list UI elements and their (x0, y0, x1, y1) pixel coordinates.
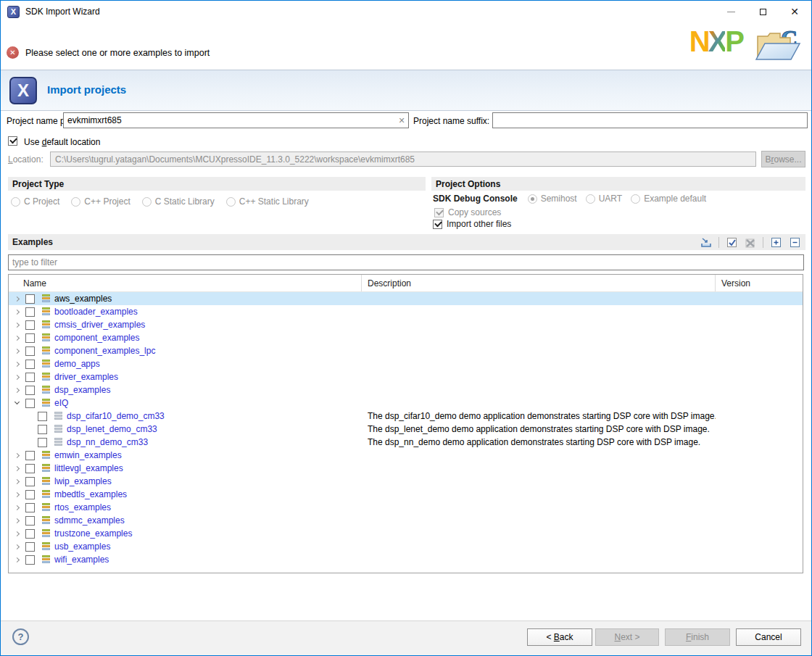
table-row[interactable]: dsp_examples (9, 383, 803, 396)
table-row[interactable]: sdmmc_examples (9, 514, 803, 527)
table-row[interactable]: littlevgl_examples (9, 462, 803, 475)
table-row[interactable]: emwin_examples (9, 449, 803, 462)
browse-button[interactable]: Browse... (761, 151, 805, 167)
row-checkbox[interactable] (25, 386, 35, 395)
row-checkbox[interactable] (25, 555, 35, 565)
chevron-right-icon[interactable] (14, 348, 20, 354)
table-row[interactable]: trustzone_examples (9, 527, 803, 540)
table-row[interactable]: cmsis_driver_examples (9, 318, 803, 331)
collapse-all-icon[interactable] (788, 236, 801, 248)
example-name: eIQ (54, 398, 68, 408)
chevron-right-icon[interactable] (14, 465, 20, 471)
finish-button[interactable]: Finish (665, 628, 730, 646)
row-checkbox[interactable] (25, 477, 35, 486)
radio-c-project[interactable]: C Project (11, 196, 59, 207)
clear-prefix-icon[interactable]: ✕ (395, 116, 408, 125)
close-button[interactable]: ✕ (779, 1, 811, 22)
row-checkbox[interactable] (25, 542, 35, 552)
table-row[interactable]: dsp_cifar10_demo_cm33The dsp_cifar10_dem… (9, 410, 803, 423)
table-row[interactable]: lwip_examples (9, 475, 803, 488)
example-name: trustzone_examples (54, 528, 132, 539)
chevron-right-icon[interactable] (14, 544, 20, 549)
table-row[interactable]: mbedtls_examples (9, 488, 803, 501)
radio-example-default[interactable]: Example default (631, 194, 706, 204)
row-checkbox[interactable] (25, 333, 35, 343)
cancel-button[interactable]: Cancel (736, 628, 801, 646)
back-button[interactable]: < Back (527, 628, 592, 646)
row-checkbox[interactable] (25, 294, 35, 304)
table-row[interactable]: usb_examples (9, 540, 803, 553)
table-row[interactable]: component_examples (9, 331, 803, 344)
row-checkbox[interactable] (38, 412, 47, 421)
chevron-down-icon[interactable] (14, 400, 20, 406)
example-category-icon (42, 451, 50, 460)
row-checkbox[interactable] (25, 451, 35, 460)
table-row[interactable]: dsp_lenet_demo_cm33The dsp_lenet_demo de… (9, 423, 803, 436)
row-checkbox[interactable] (38, 425, 47, 434)
example-name: dsp_nn_demo_cm33 (67, 437, 148, 447)
radio-c-static-library[interactable]: C Static Library (142, 196, 215, 207)
chevron-right-icon[interactable] (14, 491, 20, 497)
column-header-version[interactable]: Version (716, 275, 803, 291)
row-checkbox[interactable] (25, 516, 35, 526)
chevron-right-icon[interactable] (14, 374, 20, 380)
radio-semihost[interactable]: Semihost (528, 194, 577, 204)
chevron-right-icon[interactable] (14, 518, 20, 523)
row-checkbox[interactable] (25, 490, 35, 499)
maximize-button[interactable] (747, 1, 779, 22)
import-archive-icon[interactable] (700, 236, 713, 248)
row-checkbox[interactable] (25, 320, 35, 330)
table-row[interactable]: aws_examples (9, 292, 803, 305)
row-checkbox[interactable] (25, 360, 35, 369)
table-row[interactable]: eIQ (9, 396, 803, 410)
minimize-button[interactable] (715, 1, 747, 22)
row-checkbox[interactable] (38, 438, 47, 447)
chevron-right-icon[interactable] (14, 322, 20, 328)
use-default-location-checkbox[interactable] (8, 136, 17, 146)
expand-all-icon[interactable] (769, 236, 782, 248)
row-checkbox[interactable] (25, 399, 35, 408)
help-button[interactable]: ? (12, 628, 29, 645)
prefix-input[interactable] (64, 113, 395, 128)
chevron-right-icon[interactable] (14, 557, 20, 562)
radio-cpp-static-library[interactable]: C++ Static Library (226, 196, 309, 207)
suffix-input[interactable] (493, 113, 807, 128)
chevron-right-icon[interactable] (14, 335, 20, 341)
row-checkbox[interactable] (25, 464, 35, 473)
import-other-files-label: Import other files (447, 219, 511, 229)
table-row[interactable]: wifi_examples (9, 553, 803, 566)
chevron-right-icon[interactable] (14, 309, 20, 315)
row-checkbox[interactable] (25, 529, 35, 539)
row-checkbox[interactable] (25, 346, 35, 356)
project-options-header: Project Options (431, 177, 805, 191)
row-checkbox[interactable] (25, 307, 35, 317)
minimize-icon (727, 12, 735, 12)
chevron-right-icon[interactable] (14, 361, 20, 367)
filter-input[interactable] (9, 255, 803, 270)
next-button[interactable]: Next > (595, 628, 659, 646)
select-all-icon[interactable] (725, 236, 738, 248)
chevron-right-icon[interactable] (14, 478, 20, 484)
table-row[interactable]: dsp_nn_demo_cm33The dsp_nn_demo demo app… (9, 436, 803, 449)
column-header-name[interactable]: Name (9, 275, 362, 291)
table-row[interactable]: rtos_examples (9, 501, 803, 514)
row-checkbox[interactable] (25, 503, 35, 512)
example-name: usb_examples (54, 541, 110, 552)
chevron-right-icon[interactable] (14, 296, 20, 302)
chevron-right-icon[interactable] (14, 531, 20, 536)
import-other-files-checkbox[interactable] (433, 220, 442, 229)
example-category-icon (42, 464, 50, 473)
table-row[interactable]: demo_apps (9, 357, 803, 370)
radio-uart[interactable]: UART (586, 194, 622, 204)
chevron-right-icon[interactable] (14, 387, 20, 393)
table-row[interactable]: bootloader_examples (9, 305, 803, 318)
chevron-right-icon[interactable] (14, 452, 20, 458)
wizard-header: X Import projects (1, 70, 811, 111)
row-checkbox[interactable] (25, 373, 35, 382)
radio-icon (226, 197, 236, 207)
chevron-right-icon[interactable] (14, 505, 20, 510)
table-row[interactable]: driver_examples (9, 370, 803, 383)
column-header-description[interactable]: Description (362, 275, 716, 291)
table-row[interactable]: component_examples_lpc (9, 344, 803, 357)
radio-cpp-project[interactable]: C++ Project (71, 196, 130, 207)
